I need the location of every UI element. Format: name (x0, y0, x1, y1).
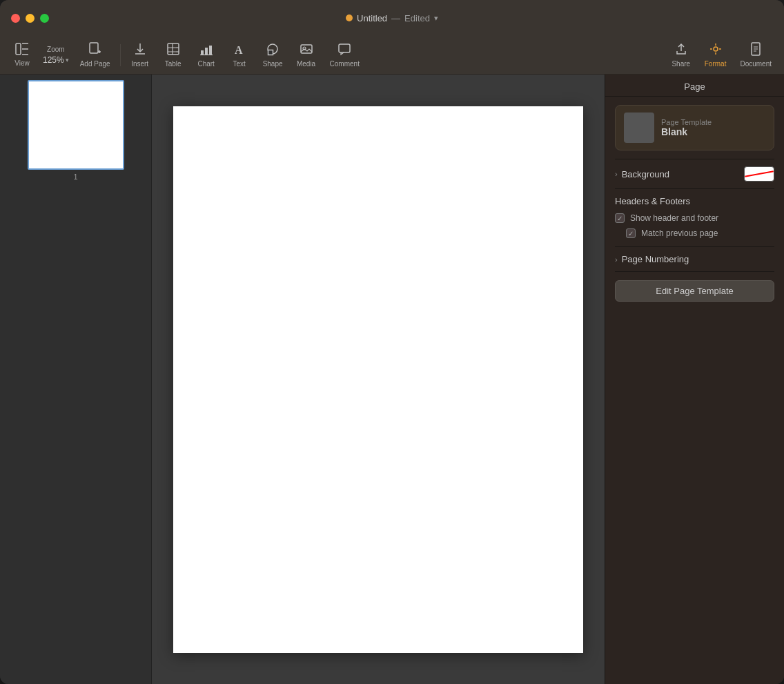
svg-text:A: A (235, 44, 243, 56)
main-area: 1 Page Page Template Blank (0, 75, 784, 684)
background-color-swatch[interactable] (744, 166, 774, 182)
match-previous-label: Match previous page (641, 228, 718, 238)
format-button[interactable]: Format (698, 39, 734, 70)
pages-sidebar: 1 (0, 75, 152, 684)
minimize-button[interactable] (26, 14, 35, 23)
template-label: Page Template (661, 118, 712, 126)
insert-label: Insert (131, 60, 148, 68)
zoom-chevron: ▾ (66, 57, 69, 63)
page-list: 1 (6, 80, 146, 181)
add-page-label: Add Page (80, 60, 110, 68)
template-thumbnail (624, 113, 654, 143)
add-page-icon (88, 42, 102, 58)
view-icon (15, 43, 29, 57)
insert-button[interactable]: Insert (124, 39, 157, 70)
traffic-lights (0, 14, 49, 23)
background-label: Background (622, 169, 744, 179)
canvas-area[interactable] (152, 75, 605, 684)
comment-button[interactable]: Comment (323, 39, 366, 70)
shape-icon (266, 42, 280, 58)
page-numbering-row[interactable]: › Page Numbering (605, 247, 784, 271)
share-button[interactable]: Share (665, 39, 698, 70)
view-label: View (14, 59, 30, 67)
media-icon (300, 42, 313, 58)
titlebar-center: Untitled — Edited ▾ (346, 13, 438, 23)
title-separator: — (391, 13, 400, 23)
template-name: Blank (661, 126, 712, 137)
maximize-button[interactable] (40, 14, 49, 23)
shape-label: Shape (263, 60, 283, 68)
table-button[interactable]: Table (157, 39, 190, 70)
title-chevron[interactable]: ▾ (434, 14, 438, 23)
template-info: Page Template Blank (661, 118, 712, 137)
page-number-1: 1 (73, 173, 77, 181)
text-label: Text (233, 60, 245, 68)
share-label: Share (672, 60, 690, 68)
media-button[interactable]: Media (290, 39, 323, 70)
zoom-value: 125% (43, 55, 64, 65)
text-icon: A (233, 42, 246, 58)
comment-icon (337, 42, 351, 58)
panel-tab-title: Page (684, 81, 705, 92)
zoom-value-container: 125% ▾ (43, 55, 69, 65)
text-button[interactable]: A Text (223, 39, 256, 70)
background-chevron-icon: › (615, 170, 618, 178)
chart-label: Chart (197, 60, 214, 68)
zoom-label: Zoom (47, 46, 65, 53)
add-page-button[interactable]: Add Page (73, 39, 117, 70)
document-icon (749, 42, 763, 58)
title-edited: Edited (404, 13, 430, 23)
unsaved-dot (346, 14, 353, 21)
svg-rect-15 (209, 46, 212, 55)
template-card[interactable]: Page Template Blank (615, 105, 774, 150)
page-numbering-label: Page Numbering (622, 254, 774, 264)
svg-rect-23 (339, 44, 350, 52)
svg-rect-14 (205, 48, 208, 55)
divider-4 (615, 271, 774, 272)
titlebar: Untitled — Edited ▾ (0, 0, 784, 36)
template-section: Page Template Blank (605, 97, 784, 159)
right-panel: Page Page Template Blank › Background (605, 75, 784, 684)
toolbar-sep-1 (120, 44, 121, 66)
panel-tab-bar: Page (605, 75, 784, 97)
document-button[interactable]: Document (733, 39, 778, 70)
table-label: Table (165, 60, 182, 68)
view-button[interactable]: View (6, 40, 39, 70)
svg-rect-9 (168, 43, 179, 55)
app-window: Untitled — Edited ▾ View Zoom 125% (0, 0, 784, 684)
background-row[interactable]: › Background (605, 159, 784, 188)
zoom-control[interactable]: Zoom 125% ▾ (39, 43, 73, 68)
svg-rect-4 (90, 43, 98, 53)
toolbar-right: Share Format (665, 39, 778, 70)
edit-template-button[interactable]: Edit Page Template (615, 280, 774, 302)
chart-icon (199, 42, 213, 58)
page-thumbnail-1[interactable] (28, 80, 124, 170)
page-numbering-chevron-icon: › (615, 255, 618, 264)
table-icon (166, 42, 180, 58)
show-header-footer-checkbox[interactable] (615, 213, 625, 223)
format-label: Format (705, 60, 727, 68)
svg-point-25 (714, 47, 718, 51)
share-icon (674, 42, 688, 58)
format-icon (709, 42, 723, 58)
show-header-footer-label: Show header and footer (630, 213, 718, 223)
svg-rect-13 (201, 50, 204, 55)
svg-rect-0 (16, 43, 21, 55)
match-previous-row[interactable]: Match previous page (605, 226, 784, 241)
match-previous-checkbox[interactable] (626, 228, 636, 238)
show-header-footer-row[interactable]: Show header and footer (605, 211, 784, 226)
edit-template-label: Edit Page Template (656, 286, 734, 296)
comment-label: Comment (330, 60, 360, 68)
page-canvas (173, 106, 583, 653)
headers-footers-title: Headers & Footers (605, 189, 784, 211)
document-label: Document (740, 60, 772, 68)
insert-icon (133, 42, 147, 58)
chart-button[interactable]: Chart (190, 39, 223, 70)
media-label: Media (297, 60, 315, 68)
close-button[interactable] (11, 14, 20, 23)
shape-button[interactable]: Shape (256, 39, 290, 70)
toolbar: View Zoom 125% ▾ Add Page (0, 36, 784, 75)
svg-rect-21 (301, 45, 312, 53)
window-title: Untitled (357, 13, 387, 23)
